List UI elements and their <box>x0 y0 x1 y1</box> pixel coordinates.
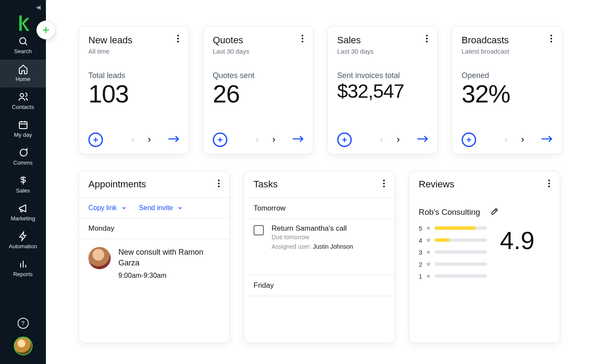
add-button[interactable] <box>213 132 227 147</box>
svg-point-0 <box>20 38 26 44</box>
contacts-icon <box>18 92 28 102</box>
card-menu-button[interactable] <box>547 34 556 43</box>
global-add-button[interactable] <box>36 21 55 39</box>
sidebar: Search Home Contacts My day Comms Sales … <box>0 0 46 364</box>
next-button[interactable] <box>519 136 526 143</box>
task-day: Friday <box>244 275 395 296</box>
send-invite-dropdown[interactable]: Send invite <box>139 204 183 212</box>
next-button[interactable] <box>270 136 277 143</box>
add-button[interactable] <box>337 132 352 147</box>
card-title: Broadcasts <box>462 35 553 46</box>
barchart-icon <box>18 259 28 269</box>
card-menu-button[interactable] <box>214 179 224 188</box>
user-avatar[interactable] <box>14 337 33 355</box>
home-icon <box>18 64 28 74</box>
help-button[interactable]: ? <box>18 318 29 329</box>
app-logo <box>17 15 29 31</box>
stat-label: Total leads <box>88 71 180 80</box>
search-icon <box>18 36 28 46</box>
svg-rect-2 <box>19 122 27 129</box>
card-menu-button[interactable] <box>379 179 389 188</box>
edit-button[interactable] <box>490 207 499 217</box>
card-subtitle: Latest broadcast <box>462 48 553 55</box>
open-button[interactable] <box>541 135 553 145</box>
stat-value: $32,547 <box>337 81 429 101</box>
sidebar-item-reports[interactable]: Reports <box>0 255 46 283</box>
add-button[interactable] <box>462 132 476 147</box>
collapse-sidebar-button[interactable] <box>0 3 46 15</box>
next-button[interactable] <box>395 136 402 143</box>
stat-value: 103 <box>88 81 180 107</box>
task-due: Due tomorrow <box>272 234 353 241</box>
card-menu-button[interactable] <box>173 34 183 43</box>
task-day: Tomorrow <box>244 198 395 219</box>
sidebar-item-sales[interactable]: Sales <box>0 171 46 199</box>
task-assigned: Assigned user: Justin Johnson <box>272 243 353 250</box>
task-item[interactable]: Return Samantha's call Due tomorrow Assi… <box>244 219 395 258</box>
card-subtitle: Last 30 days <box>213 48 305 55</box>
sidebar-label: Home <box>15 76 30 82</box>
card-appointments: Appointments Copy link Send invite Monda… <box>79 171 230 343</box>
task-checkbox[interactable] <box>254 225 264 235</box>
stat-label: Opened <box>462 71 553 80</box>
sidebar-item-contacts[interactable]: Contacts <box>0 87 46 115</box>
sidebar-label: Automation <box>9 243 37 250</box>
sidebar-label: My day <box>14 132 32 138</box>
sidebar-item-automation[interactable]: Automation <box>0 227 46 255</box>
card-title: Appointments <box>88 179 146 190</box>
task-title: Return Samantha's call <box>272 224 353 233</box>
appointment-item[interactable]: New consult with Ramon Garza 9:00am-9:30… <box>79 239 230 287</box>
card-subtitle: All time <box>88 48 180 55</box>
copy-link-dropdown[interactable]: Copy link <box>88 204 127 212</box>
card-title: New leads <box>88 35 180 46</box>
card-menu-button[interactable] <box>298 34 307 43</box>
svg-point-1 <box>20 93 24 97</box>
card-tasks: Tasks Tomorrow Return Samantha's call Du… <box>244 171 395 343</box>
rating-row: 1★ <box>419 272 487 280</box>
stat-value: 32% <box>462 81 553 107</box>
contact-avatar <box>88 247 111 269</box>
prev-button <box>503 136 510 143</box>
prev-button <box>130 136 136 143</box>
open-button[interactable] <box>292 135 305 145</box>
card-menu-button[interactable] <box>422 34 432 43</box>
rating-row: 2★ <box>419 260 487 268</box>
send-invite-label: Send invite <box>139 204 173 212</box>
card-title: Quotes <box>213 35 305 46</box>
open-button[interactable] <box>167 135 180 145</box>
card-broadcasts: Broadcasts Latest broadcast Opened 32% <box>452 26 562 154</box>
card-sales: Sales Last 30 days Sent invoices total $… <box>327 26 438 154</box>
appointment-time: 9:00am-9:30am <box>118 272 220 280</box>
sidebar-item-marketing[interactable]: Marketing <box>0 199 46 227</box>
card-reviews: Reviews Rob's Consulting 5★4★3★2★1★ 4.9 <box>409 171 560 343</box>
dashboard: New leads All time Total leads 103 Quote… <box>46 0 589 364</box>
lightning-icon <box>18 231 28 241</box>
open-button[interactable] <box>416 135 429 145</box>
sidebar-label: Marketing <box>11 215 35 222</box>
prev-button <box>254 136 261 143</box>
sidebar-label: Contacts <box>12 104 34 110</box>
sidebar-item-comms[interactable]: Comms <box>0 143 46 171</box>
sidebar-item-home[interactable]: Home <box>0 60 46 87</box>
review-score: 4.9 <box>500 226 535 255</box>
rating-row: 5★ <box>419 224 487 232</box>
rating-distribution: 5★4★3★2★1★ <box>419 224 487 280</box>
sidebar-item-myday[interactable]: My day <box>0 115 46 143</box>
sidebar-label: Reports <box>13 271 33 277</box>
next-button[interactable] <box>146 136 153 143</box>
sidebar-label: Sales <box>16 187 30 194</box>
appointment-day: Monday <box>79 218 230 239</box>
card-title: Sales <box>337 35 429 46</box>
calendar-icon <box>18 120 28 130</box>
megaphone-icon <box>18 203 28 214</box>
dollar-icon <box>18 175 28 186</box>
sidebar-label: Search <box>14 48 32 54</box>
rating-row: 3★ <box>419 248 487 256</box>
rating-row: 4★ <box>419 236 487 244</box>
add-button[interactable] <box>88 132 103 147</box>
card-title: Tasks <box>254 179 278 190</box>
card-menu-button[interactable] <box>544 179 554 188</box>
stat-label: Quotes sent <box>213 71 305 80</box>
card-new-leads: New leads All time Total leads 103 <box>79 26 189 154</box>
card-quotes: Quotes Last 30 days Quotes sent 26 <box>203 26 314 154</box>
